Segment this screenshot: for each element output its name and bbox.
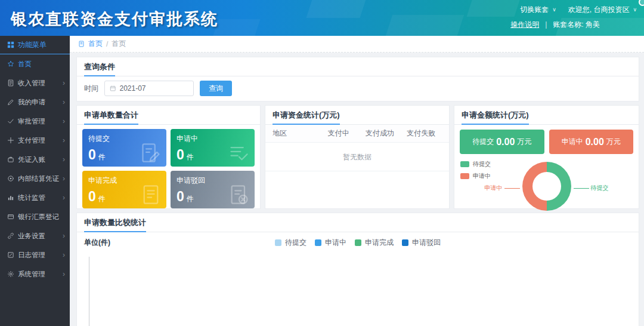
- page-icon: [78, 41, 85, 47]
- legend-item-completed[interactable]: 申请完成: [355, 238, 394, 248]
- donut-label-left: 申请中: [485, 184, 520, 192]
- legend-swatch: [402, 239, 408, 246]
- sidebar-item-system-management[interactable]: 系统管理 ›: [0, 265, 70, 284]
- sidebar-item-approval[interactable]: 审批管理 ›: [0, 112, 70, 131]
- summary-panel-title: 申请单数量合计: [84, 110, 138, 125]
- sidebar-item-my-applications[interactable]: 我的申请 ›: [0, 93, 70, 112]
- account-name-label: 账套名称: 角美: [553, 20, 600, 30]
- operation-guide-link[interactable]: 操作说明: [510, 20, 539, 30]
- chevron-right-icon: ›: [63, 155, 65, 164]
- link-icon: [7, 232, 14, 239]
- badge-pending-amount: 待提交 0.00 万元: [460, 130, 544, 154]
- legend-swatch: [460, 173, 469, 179]
- document-icon: [7, 79, 14, 87]
- main-area: 首页 / 首页 查询条件 时间 查询 申请单数量合: [70, 36, 644, 326]
- leader-line: [574, 188, 589, 189]
- sidebar-item-home[interactable]: 首页: [0, 54, 70, 73]
- search-button[interactable]: 查询: [200, 81, 232, 96]
- document-x-icon: [228, 184, 250, 205]
- amount-stats-panel: 申请金额统计(万元) 待提交 0.00 万元 申请中 0.00 万元: [454, 105, 639, 209]
- sidebar-item-log-management[interactable]: 日志管理 ›: [0, 245, 70, 265]
- app-header: 银农直联资金支付审批系统 切换账套 ∨ 欢迎您, 台商投资区 ∨ 操作说明 | …: [0, 0, 644, 36]
- chevron-right-icon: ›: [63, 193, 65, 202]
- header-badge-dot: [639, 0, 644, 6]
- pen-icon: [7, 99, 14, 106]
- bank-card-icon: [7, 213, 14, 220]
- chevron-right-icon: ›: [63, 232, 65, 240]
- column-paying: 支付中: [318, 128, 359, 139]
- query-panel: 查询条件 时间 查询: [76, 57, 639, 102]
- gear-icon: [7, 270, 14, 278]
- chevron-down-icon[interactable]: ∨: [552, 7, 556, 13]
- month-input[interactable]: [120, 84, 189, 93]
- sidebar-item-business-settings[interactable]: 业务设置 ›: [0, 226, 70, 245]
- badge-inprogress-amount: 申请中 0.00 万元: [549, 130, 634, 154]
- sidebar-item-payment[interactable]: 支付管理 ›: [0, 131, 70, 150]
- calendar-icon: [110, 85, 116, 92]
- circle-dot-icon: [7, 175, 14, 182]
- summary-panel: 申请单数量合计 待提交 0件 申请中 0件 申请: [76, 105, 261, 209]
- comparison-title: 申请数量比较统计: [84, 217, 146, 232]
- chevron-right-icon: ›: [63, 136, 65, 144]
- move-cross-icon: [7, 137, 14, 144]
- bar-chart-plot-area: [89, 257, 634, 326]
- column-pay-failed: 支付失败: [401, 128, 442, 139]
- legend-swatch: [275, 239, 281, 246]
- content: 查询条件 时间 查询 申请单数量合计 待提交: [70, 53, 644, 326]
- chevron-right-icon: ›: [63, 251, 65, 259]
- edit-document-icon: [140, 142, 162, 164]
- chevron-right-icon: ›: [63, 174, 65, 183]
- header-deco-shape: [306, 0, 368, 18]
- donut-legend: 待提交 申请中: [460, 160, 491, 184]
- list-check-icon: [228, 142, 250, 164]
- amount-stats-title: 申请金额统计(万元): [462, 110, 529, 125]
- sidebar-item-voucher-entry[interactable]: 凭证入账 ›: [0, 150, 70, 169]
- star-icon: [7, 60, 14, 67]
- comparison-legend: 待提交 申请中 申请完成 申请驳回: [275, 238, 441, 248]
- legend-item-rejected[interactable]: 申请驳回: [402, 238, 441, 248]
- time-label: 时间: [84, 84, 98, 94]
- donut-label-right: 待提交: [574, 184, 609, 192]
- breadcrumb-home[interactable]: 首页: [88, 39, 103, 49]
- legend-item-pending[interactable]: 待提交: [460, 160, 491, 168]
- month-picker[interactable]: [104, 81, 194, 96]
- chevron-right-icon: ›: [63, 79, 65, 87]
- check-icon: [7, 118, 14, 125]
- y-axis-unit-label: 单位(件): [84, 238, 110, 248]
- card-pending-submit: 待提交 0件: [82, 129, 166, 167]
- chevron-right-icon: ›: [63, 117, 65, 125]
- legend-item-pending[interactable]: 待提交: [275, 238, 306, 248]
- table-header-row: 地区 支付中 支付成功 支付失败: [265, 125, 449, 143]
- sidebar: 功能菜单 首页 收入管理 › 我的申请 › 审批管理 › 支付管理 › 凭: [0, 36, 70, 326]
- header-deco-shape: [383, 15, 464, 36]
- legend-item-inprogress[interactable]: 申请中: [315, 238, 346, 248]
- grid-icon: [7, 41, 14, 48]
- card-in-progress: 申请中 0件: [171, 129, 255, 167]
- fund-stats-panel: 申请资金统计(万元) 地区 支付中 支付成功 支付失败 暂无数据: [265, 105, 450, 209]
- chevron-down-icon[interactable]: ∨: [633, 7, 637, 13]
- sidebar-menu-header[interactable]: 功能菜单: [0, 36, 70, 54]
- breadcrumb: 首页 / 首页: [70, 36, 644, 53]
- sidebar-item-internal-settlement[interactable]: 内部结算凭证 ›: [0, 169, 70, 188]
- welcome-user-label[interactable]: 欢迎您, 台商投资区: [568, 5, 630, 15]
- donut-chart: [522, 162, 571, 211]
- legend-swatch: [355, 239, 361, 246]
- chevron-right-icon: ›: [63, 98, 65, 106]
- sidebar-menu-header-label: 功能菜单: [18, 40, 47, 50]
- divider: |: [545, 20, 547, 29]
- switch-account-link[interactable]: 切换账套: [520, 5, 549, 15]
- edit-square-icon: [7, 251, 14, 259]
- breadcrumb-current: 首页: [112, 39, 126, 49]
- app: 银农直联资金支付审批系统 切换账套 ∨ 欢迎您, 台商投资区 ∨ 操作说明 | …: [0, 0, 644, 326]
- card-completed: 申请完成 0件: [82, 171, 166, 208]
- sidebar-item-bank-draft[interactable]: 银行汇票登记: [0, 207, 70, 226]
- legend-swatch: [315, 239, 321, 246]
- briefcase-icon: [7, 156, 14, 163]
- breadcrumb-separator: /: [106, 40, 108, 48]
- sidebar-item-statistics[interactable]: 统计监管 ›: [0, 188, 70, 207]
- header-user-area: 切换账套 ∨ 欢迎您, 台商投资区 ∨ 操作说明 | 账套名称: 角美: [510, 4, 637, 30]
- legend-item-inprogress[interactable]: 申请中: [460, 172, 491, 180]
- document-lines-icon: [140, 184, 162, 205]
- comparison-panel: 申请数量比较统计 单位(件) 待提交 申请中 申请完成 申请驳回: [76, 213, 639, 326]
- sidebar-item-income[interactable]: 收入管理 ›: [0, 73, 70, 93]
